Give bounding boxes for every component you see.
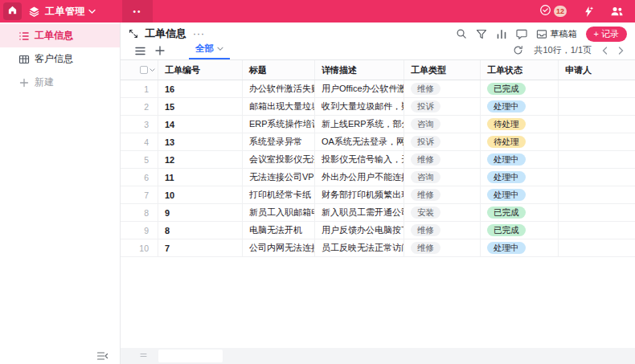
next-page-icon[interactable] [618, 47, 624, 55]
prev-page-icon[interactable] [602, 47, 608, 55]
view-tab-all[interactable]: 全部 [189, 43, 230, 59]
cell-status[interactable]: 已完成 [481, 222, 559, 239]
expand-view-icon[interactable] [129, 29, 138, 39]
table-row[interactable]: 89新员工入职邮箱申请新入职员工需开通公司邮安装已完成 [121, 204, 635, 222]
cell-ticket-id[interactable]: 13 [158, 133, 243, 150]
cell-type[interactable]: 咨询 [404, 116, 481, 133]
cell-status[interactable]: 处理中 [481, 151, 559, 168]
table-row[interactable]: 710打印机经常卡纸财务部打印机频繁出现卡维修处理中 [121, 186, 635, 204]
cell-type[interactable]: 咨询 [404, 169, 481, 186]
cell-description[interactable]: 投影仪无信号输入，无法 [315, 151, 404, 168]
cell-applicant[interactable] [559, 133, 635, 150]
row-number[interactable]: 10 [121, 239, 158, 256]
cell-description[interactable]: 员工反映无法正常访问公 [315, 239, 404, 256]
cell-ticket-id[interactable]: 16 [158, 80, 243, 97]
cell-type[interactable]: 维修 [404, 222, 481, 239]
cell-type[interactable]: 维修 [404, 186, 481, 203]
cell-description[interactable]: 收到大量垃圾邮件，疑似 [315, 98, 404, 115]
cell-type[interactable]: 安装 [404, 204, 481, 221]
column-header-title[interactable]: 标题 [243, 60, 315, 80]
cell-ticket-id[interactable]: 15 [158, 98, 243, 115]
chevron-down-icon[interactable] [88, 8, 96, 14]
cell-title[interactable]: ERP系统操作培训咨询 [243, 116, 315, 133]
column-header-description[interactable]: 详情描述 [315, 60, 404, 80]
collapse-sidebar-icon[interactable] [96, 351, 109, 361]
row-number[interactable]: 6 [121, 169, 158, 186]
collapsed-tabs-indicator[interactable]: •• [122, 0, 153, 22]
table-row[interactable]: 413系统登录异常OA系统无法登录，网页报投诉待处理 [121, 133, 635, 151]
table-row[interactable]: 116办公软件激活失败用户Office办公软件激活失维修已完成 [121, 80, 635, 98]
column-header-ticket-id[interactable]: 工单编号 [158, 60, 243, 80]
cell-status[interactable]: 处理中 [481, 186, 559, 203]
row-number[interactable]: 4 [121, 133, 158, 150]
home-button[interactable] [3, 2, 22, 20]
chevron-down-icon[interactable] [150, 67, 155, 72]
view-list-icon[interactable] [135, 47, 145, 59]
row-number[interactable]: 3 [121, 116, 158, 133]
table-row[interactable]: 611无法连接公司VPN外出办公用户不能连接VP咨询处理中 [121, 169, 635, 186]
table-row[interactable]: 512会议室投影仪无法连接投影仪无信号输入，无法维修处理中 [121, 151, 635, 169]
table-row[interactable]: 314ERP系统操作培训咨询新上线ERP系统，部分员咨询待处理 [121, 116, 635, 133]
cell-description[interactable]: OA系统无法登录，网页报 [315, 133, 404, 150]
cell-ticket-id[interactable]: 12 [158, 151, 243, 168]
row-number[interactable]: 2 [121, 98, 158, 115]
cell-ticket-id[interactable]: 9 [158, 204, 243, 221]
cell-applicant[interactable] [559, 151, 635, 168]
cell-status[interactable]: 处理中 [481, 98, 559, 115]
row-number[interactable]: 1 [121, 80, 158, 97]
cell-type[interactable]: 投诉 [404, 133, 481, 150]
table-row[interactable]: 107公司内网无法连接员工反映无法正常访问公维修处理中 [121, 239, 635, 257]
add-view-icon[interactable] [155, 46, 165, 59]
more-icon[interactable]: ··· [193, 31, 205, 37]
cell-applicant[interactable] [559, 98, 635, 115]
cell-title[interactable]: 电脑无法开机 [243, 222, 315, 239]
cell-applicant[interactable] [559, 204, 635, 221]
automation-lightning-icon[interactable] [583, 6, 594, 18]
row-number[interactable]: 7 [121, 186, 158, 203]
cell-status[interactable]: 已完成 [481, 80, 559, 97]
add-record-button[interactable]: + 记录 [586, 27, 627, 42]
collaborators-icon[interactable] [610, 6, 624, 17]
cell-applicant[interactable] [559, 116, 635, 133]
chart-icon[interactable] [496, 29, 507, 39]
cell-description[interactable]: 用户Office办公软件激活失 [315, 80, 404, 97]
approval-button[interactable]: 12 [539, 4, 567, 19]
cell-type[interactable]: 维修 [404, 151, 481, 168]
cell-title[interactable]: 公司内网无法连接 [243, 239, 315, 256]
cell-title[interactable]: 办公软件激活失败 [243, 80, 315, 97]
cell-title[interactable]: 打印机经常卡纸 [243, 186, 315, 203]
cell-applicant[interactable] [559, 80, 635, 97]
cell-title[interactable]: 邮箱出现大量垃圾邮件 [243, 98, 315, 115]
column-header-type[interactable]: 工单类型 [404, 60, 481, 80]
cell-title[interactable]: 无法连接公司VPN [243, 169, 315, 186]
select-all-checkbox[interactable] [140, 66, 148, 74]
cell-applicant[interactable] [559, 239, 635, 256]
filter-icon[interactable] [476, 29, 487, 39]
table-row[interactable]: 215邮箱出现大量垃圾邮件收到大量垃圾邮件，疑似投诉处理中 [121, 98, 635, 116]
cell-description[interactable]: 新上线ERP系统，部分员 [315, 116, 404, 133]
app-title[interactable]: 工单管理 [45, 5, 85, 18]
sidebar-new-table-button[interactable]: 新建 [0, 71, 120, 94]
cell-status[interactable]: 已完成 [481, 204, 559, 221]
refresh-icon[interactable] [513, 45, 523, 55]
cell-type[interactable]: 维修 [404, 239, 481, 256]
cell-status[interactable]: 处理中 [481, 239, 559, 256]
cell-ticket-id[interactable]: 8 [158, 222, 243, 239]
cell-description[interactable]: 财务部打印机频繁出现卡 [315, 186, 404, 203]
cell-applicant[interactable] [559, 186, 635, 203]
cell-applicant[interactable] [559, 169, 635, 186]
cell-title[interactable]: 系统登录异常 [243, 133, 315, 150]
cell-description[interactable]: 新入职员工需开通公司邮 [315, 204, 404, 221]
cell-description[interactable]: 外出办公用户不能连接VP [315, 169, 404, 186]
column-header-applicant[interactable]: 申请人 [559, 60, 635, 80]
row-number[interactable]: 8 [121, 204, 158, 221]
cell-type[interactable]: 投诉 [404, 98, 481, 115]
draftbox-button[interactable]: 草稿箱 [536, 28, 577, 40]
cell-description[interactable]: 用户反馈办公电脑按下电 [315, 222, 404, 239]
cell-status[interactable]: 待处理 [481, 133, 559, 150]
cell-status[interactable]: 处理中 [481, 169, 559, 186]
cell-ticket-id[interactable]: 7 [158, 239, 243, 256]
cell-ticket-id[interactable]: 10 [158, 186, 243, 203]
row-number[interactable]: 5 [121, 151, 158, 168]
drag-handle-icon[interactable] [140, 353, 147, 358]
